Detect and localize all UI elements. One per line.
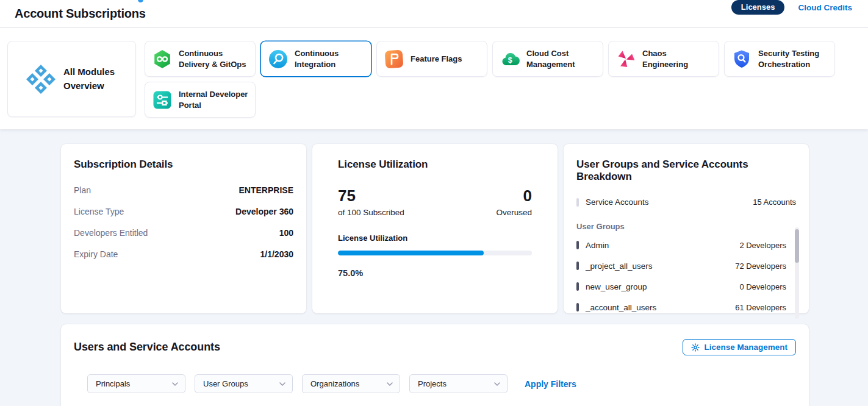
module-card-cd-gitops[interactable]: Continuous Delivery & GitOps xyxy=(145,41,256,77)
subscribed-caption: of 100 Subscribed xyxy=(338,208,404,217)
user-group-label: _account_all_users xyxy=(586,303,656,312)
dropdown-label: User Groups xyxy=(203,379,248,388)
users-and-service-accounts-section: Users and Service Accounts License Manag… xyxy=(61,324,809,406)
detail-label: Plan xyxy=(74,185,91,195)
license-counts: 75 of 100 Subscribed 0 Overused xyxy=(338,188,532,217)
module-card-label: Feature Flags xyxy=(411,54,462,65)
user-group-row: new_user_group 0 Developers xyxy=(576,276,786,297)
chevron-down-icon xyxy=(387,382,393,386)
user-groups-heading: User Groups xyxy=(576,222,796,231)
breakdown-title: User Groups and Service Accounts Breakdo… xyxy=(576,158,796,183)
detail-label: Expiry Date xyxy=(74,249,118,259)
module-card-label: Continuous Integration xyxy=(295,48,366,69)
detail-value: Developer 360 xyxy=(235,207,293,216)
overused-count: 0 xyxy=(496,188,532,204)
breakdown-scrollbar-thumb[interactable] xyxy=(795,229,799,263)
summary-cards-row: Subscription Details Plan ENTERPRISE Lic… xyxy=(61,144,868,313)
overused-caption: Overused xyxy=(496,208,532,217)
license-management-button[interactable]: License Management xyxy=(683,339,796,355)
main-content: Subscription Details Plan ENTERPRISE Lic… xyxy=(0,129,868,406)
users-section-header: Users and Service Accounts License Manag… xyxy=(74,339,796,355)
detail-row: License Type Developer 360 xyxy=(74,207,293,216)
utilization-progress-fill xyxy=(338,251,484,255)
module-card-chaos-engineering[interactable]: Chaos Engineering xyxy=(608,41,719,77)
subscribed-count-block: 75 of 100 Subscribed xyxy=(338,188,404,217)
utilization-percent: 75.0% xyxy=(338,268,532,278)
module-card-label: Continuous Delivery & GitOps xyxy=(179,48,250,69)
detail-row: Expiry Date 1/1/2030 xyxy=(74,249,293,259)
licenses-tab[interactable]: Licenses xyxy=(731,0,785,15)
user-group-label: Admin xyxy=(586,241,609,250)
user-group-value: 61 Developers xyxy=(735,303,786,312)
service-accounts-label: Service Accounts xyxy=(586,198,649,207)
dropdown-label: Organizations xyxy=(310,379,359,388)
dropdown-label: Principals xyxy=(96,379,130,388)
modules-bar: All Modules Overview Continuous Delivery… xyxy=(0,28,868,129)
all-modules-overview-card[interactable]: All Modules Overview xyxy=(7,41,136,117)
projects-dropdown[interactable]: Projects xyxy=(409,374,508,393)
breakdown-card: User Groups and Service Accounts Breakdo… xyxy=(564,144,809,313)
dropdown-label: Projects xyxy=(418,379,447,388)
security-testing-icon xyxy=(732,49,751,69)
license-management-label: License Management xyxy=(704,343,787,352)
user-group-value: 2 Developers xyxy=(739,241,786,250)
chevron-down-icon xyxy=(279,382,285,386)
detail-label: Developers Entitled xyxy=(74,228,148,238)
filters-row: Principals User Groups Organizations Pro… xyxy=(87,374,796,393)
cloud-credits-tab[interactable]: Cloud Credits xyxy=(798,3,852,12)
service-accounts-tick xyxy=(576,198,579,207)
user-group-label: new_user_group xyxy=(586,282,647,291)
breakdown-scrollbar-track[interactable] xyxy=(795,227,799,319)
subscription-details-title: Subscription Details xyxy=(74,158,293,171)
detail-value: 1/1/2030 xyxy=(260,249,294,259)
detail-label: License Type xyxy=(74,207,124,216)
module-card-label: Chaos Engineering xyxy=(642,48,714,69)
service-accounts-row: Service Accounts 15 Accounts xyxy=(576,198,796,207)
all-modules-icon xyxy=(26,65,56,94)
internal-developer-portal-icon xyxy=(152,90,172,110)
user-groups-dropdown[interactable]: User Groups xyxy=(195,374,293,393)
module-card-label: Cloud Cost Management xyxy=(526,48,598,69)
apply-filters-button[interactable]: Apply Filters xyxy=(525,379,576,389)
user-group-row: _account_all_users 61 Developers xyxy=(576,297,786,318)
users-section-title: Users and Service Accounts xyxy=(74,341,220,354)
module-card-label: Security Testing Orchestration xyxy=(758,48,830,69)
subscription-details-card: Subscription Details Plan ENTERPRISE Lic… xyxy=(61,144,306,313)
page-header: Account Subscriptions Licenses Cloud Cre… xyxy=(0,0,868,28)
module-card-cloud-cost[interactable]: $ Cloud Cost Management xyxy=(492,41,603,77)
gear-icon xyxy=(691,343,700,352)
utilization-bar-label: License Utilization xyxy=(338,233,532,243)
all-modules-overview-label: All Modules Overview xyxy=(63,65,117,93)
user-group-row: Admin 2 Developers xyxy=(576,235,786,255)
module-card-feature-flags[interactable]: Feature Flags xyxy=(376,41,487,77)
chevron-down-icon xyxy=(494,382,500,386)
detail-row: Developers Entitled 100 xyxy=(74,228,293,238)
svg-text:$: $ xyxy=(508,55,512,64)
user-group-label: _project_all_users xyxy=(586,262,653,271)
license-utilization-card: License Utilization 75 of 100 Subscribed… xyxy=(312,144,558,313)
detail-value: 100 xyxy=(279,228,293,238)
detail-row: Plan ENTERPRISE xyxy=(74,185,293,195)
overused-count-block: 0 Overused xyxy=(496,188,532,217)
module-card-security-testing[interactable]: Security Testing Orchestration xyxy=(724,41,835,77)
cloud-cost-icon: $ xyxy=(500,49,520,69)
module-card-continuous-integration[interactable]: Continuous Integration xyxy=(260,41,371,77)
user-group-tick xyxy=(576,241,579,249)
service-accounts-value: 15 Accounts xyxy=(753,198,796,207)
user-group-tick xyxy=(576,282,579,291)
truncated-top-icon xyxy=(138,0,143,2)
principals-dropdown[interactable]: Principals xyxy=(87,374,185,393)
module-card-internal-developer-portal[interactable]: Internal Developer Portal xyxy=(145,82,256,118)
user-group-value: 72 Developers xyxy=(735,262,786,271)
user-group-tick xyxy=(576,262,579,270)
module-cards: Continuous Delivery & GitOps Continuous … xyxy=(145,41,836,118)
user-group-value: 0 Developers xyxy=(739,282,786,291)
header-nav: Licenses Cloud Credits xyxy=(731,0,852,15)
subscribed-count: 75 xyxy=(338,188,404,204)
license-utilization-title: License Utilization xyxy=(338,158,532,171)
ci-icon xyxy=(268,49,288,69)
cd-gitops-icon xyxy=(152,49,172,69)
user-group-tick xyxy=(576,303,579,312)
organizations-dropdown[interactable]: Organizations xyxy=(302,374,400,393)
module-card-label: Internal Developer Portal xyxy=(179,89,250,110)
